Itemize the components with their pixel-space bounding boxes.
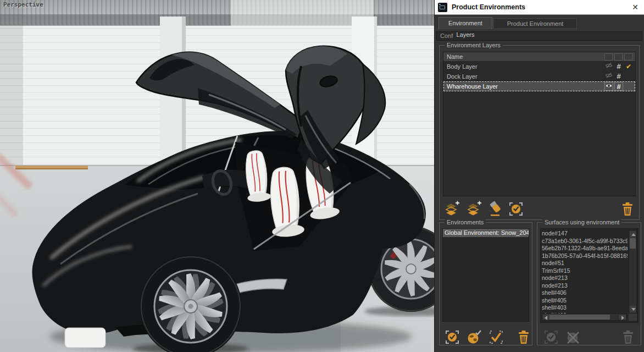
product-environments-icon [438, 3, 447, 12]
apply-check-button[interactable] [488, 328, 504, 346]
scrollbar-corner [629, 314, 637, 321]
active-check-empty[interactable] [624, 81, 633, 91]
environment-layers-group-label: Environment Layers [445, 42, 503, 48]
surface-list-item[interactable]: 56eb2b7f-1322-4a9b-ae91-8eeda49 [542, 245, 628, 252]
surface-list-item[interactable]: c73a1eb0-3061-4f5c-a99f-b733c922 [542, 238, 628, 245]
surfaces-rows: node#147 c73a1eb0-3061-4f5c-a99f-b733c92… [542, 230, 628, 314]
assign-environment-icon[interactable] [488, 200, 504, 218]
scroll-left-icon[interactable] [543, 315, 549, 320]
panel-title: Product Environments [452, 0, 525, 15]
environments-group-label: Environments [445, 219, 486, 226]
add-child-layer-button[interactable] [466, 200, 482, 218]
table-row-wharehouse-layer[interactable]: Wharehouse Layer # [443, 81, 635, 91]
surfaces-list[interactable]: node#147 c73a1eb0-3061-4f5c-a99f-b733c92… [540, 228, 639, 323]
product-environments-panel: Product Environments ✕ Environment Layer… [434, 0, 644, 352]
surface-list-item[interactable]: TrimSrf#15 [542, 267, 628, 275]
scroll-up-icon[interactable] [630, 231, 636, 238]
select-marked-disabled-button[interactable] [543, 328, 559, 346]
application-window: Perspective [0, 0, 644, 352]
surface-list-item[interactable]: 1b76b205-57a0-454f-b15f-088169e [542, 252, 628, 260]
globe-check-icon[interactable] [466, 328, 482, 346]
delete-layer-trash-icon[interactable] [620, 200, 637, 218]
vertical-scroll-thumb[interactable] [630, 238, 636, 249]
environment-list-item[interactable]: Global Environment: Snow_2048 [443, 229, 529, 237]
table-row-body-layer[interactable]: Body Layer # ✔ [443, 62, 635, 72]
table-row-dock-layer[interactable]: Dock Layer # [443, 72, 635, 81]
vertical-scrollbar[interactable] [629, 230, 637, 314]
add-layer-button[interactable] [444, 200, 460, 218]
3d-viewport[interactable]: Perspective [0, 0, 434, 352]
name-column-header[interactable]: Name [447, 52, 463, 62]
surface-list-item[interactable]: shell#405 [542, 297, 628, 305]
environment-layers-table[interactable]: Name Body Layer # ✔ Dock Layer [443, 52, 636, 196]
eye-icon[interactable] [604, 82, 613, 91]
surface-list-item[interactable]: node#213 [542, 274, 628, 282]
tab-environment-layers[interactable]: Environment Layers [438, 17, 492, 29]
active-column-header[interactable] [624, 53, 632, 61]
environment-layers-group: Environment Layers Name Body Layer # ✔ [439, 45, 640, 220]
table-header: Name [443, 52, 635, 62]
front-plate [65, 328, 106, 348]
panel-titlebar[interactable]: Product Environments ✕ [435, 0, 644, 15]
layer-marker-icon[interactable]: # [614, 62, 623, 72]
eye-off-icon[interactable] [604, 62, 613, 72]
layer-name: Dock Layer [447, 72, 478, 81]
surface-list-item[interactable]: node#147 [542, 230, 628, 238]
horizontal-scroll-thumb[interactable] [549, 315, 610, 320]
horizontal-scrollbar[interactable] [542, 314, 627, 321]
close-icon[interactable]: ✕ [628, 0, 642, 15]
active-check-empty[interactable] [624, 72, 633, 81]
surface-list-item[interactable]: node#51 [542, 260, 628, 267]
scroll-right-icon[interactable] [619, 315, 626, 320]
select-marked-button[interactable] [444, 328, 460, 346]
layer-marker-icon[interactable]: # [614, 82, 623, 91]
environments-list[interactable]: Global Environment: Snow_2048 [442, 228, 529, 322]
select-marked-button[interactable] [508, 200, 524, 218]
layer-name: Wharehouse Layer [447, 81, 498, 91]
scroll-down-icon[interactable] [630, 306, 636, 312]
visibility-column-header[interactable] [604, 53, 613, 61]
eye-off-icon[interactable] [604, 72, 613, 81]
surface-list-item[interactable]: node#213 [542, 282, 628, 290]
delete-surface-trash-disabled-icon[interactable] [621, 328, 637, 346]
surfaces-group: Surfaces using environment node#147 c73a… [537, 222, 641, 345]
surface-list-item[interactable]: shell#406 [542, 289, 628, 297]
layer-name: Body Layer [447, 62, 478, 72]
environments-group: Environments Global Environment: Snow_20… [439, 222, 532, 345]
rendered-scene [0, 0, 434, 352]
marker-column-header[interactable] [614, 53, 623, 61]
active-check-icon[interactable]: ✔ [624, 62, 633, 72]
surfaces-group-label: Surfaces using environment [542, 219, 621, 226]
viewport-title[interactable]: Perspective [3, 1, 43, 8]
surface-list-item[interactable]: shell#403 [542, 304, 628, 312]
layer-marker-icon[interactable]: # [614, 72, 623, 81]
globe-cross-disabled-icon[interactable] [565, 328, 581, 346]
delete-environment-trash-icon[interactable] [517, 328, 533, 346]
tab-product-environment-properties[interactable]: Product Environment Properties [493, 18, 577, 29]
